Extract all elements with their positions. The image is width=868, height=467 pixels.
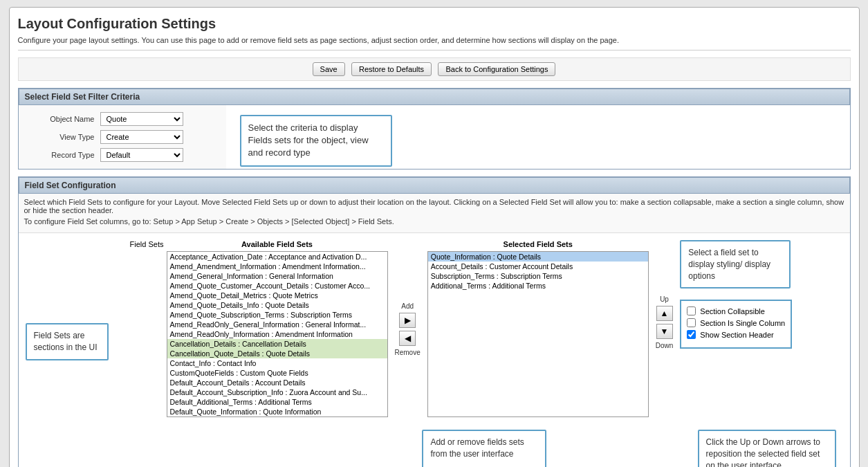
available-list-item[interactable]: Amend_Amendment_Information : Amendment … [167,262,387,271]
available-list-item[interactable]: Default_Account_Details : Account Detail… [167,378,387,387]
available-list-item[interactable]: Cancellation_Details : Cancellation Deta… [167,339,387,349]
available-list-item[interactable]: Amend_General_Information : General Info… [167,271,387,281]
fieldsets-label: Field Sets [116,240,164,248]
available-list-item[interactable]: Amend_Quote_Detail_Metrics : Quote Metri… [167,291,387,300]
available-header-row: Field Sets Available Field Sets [116,240,388,248]
remove-label: Remove [395,349,421,356]
selected-list-item[interactable]: Subscription_Terms : Subscription Terms [428,271,648,281]
section-collapsible-row: Section Collapsible [687,306,785,315]
remove-button[interactable]: ◀ [399,331,416,346]
fieldset-desc2: To configure Field Set columns, go to: S… [24,217,844,226]
right-panel: Select a field set to display styling/ d… [680,240,792,349]
select-fieldset-callout: Select a field set to display styling/ d… [680,240,791,289]
add-label: Add [401,302,414,310]
page-description: Configure your page layout settings. You… [18,36,851,51]
available-list-item[interactable]: Amend_ReadOnly_General_Information : Gen… [167,320,387,329]
fieldset-config-header: Field Set Configuration [19,177,850,194]
filter-area-wrapper: Object Name Quote View Type Create Recor… [19,105,850,169]
fieldset-config-section: Field Set Configuration Select which Fie… [18,176,851,467]
single-column-label: Section Is Single Column [700,319,785,327]
up-down-col: Up ▲ ▼ Down [656,240,674,349]
available-list-item[interactable]: Acceptance_Activation_Date : Acceptance … [167,252,387,262]
available-list-item[interactable]: Amend_Quote_Customer_Account_Details : C… [167,281,387,291]
main-container: Layout Configuration Settings Configure … [9,7,860,467]
available-list-item[interactable]: Amend_Quote_Details_Info : Quote Details [167,300,387,310]
available-title: Available Field Sets [167,240,388,248]
available-list-row: Acceptance_Activation_Date : Acceptance … [116,251,388,417]
record-type-label: Record Type [33,151,95,159]
available-fieldsets-container: Field Sets Available Field Sets Acceptan… [116,240,388,417]
fieldsets-callout: Field Sets are sections in the UI [26,323,109,360]
filter-body: Object Name Quote View Type Create Recor… [19,105,226,169]
view-type-label: View Type [33,133,95,141]
object-name-row: Object Name Quote [33,112,212,126]
selected-field-list[interactable]: Quote_Information : Quote DetailsAccount… [427,251,649,417]
up-button[interactable]: ▲ [656,306,673,321]
selected-title: Selected Field Sets [504,240,573,248]
up-label: Up [660,295,669,303]
add-remove-col: Add ▶ ◀ Remove [395,240,421,356]
down-button[interactable]: ▼ [656,324,673,339]
available-field-list[interactable]: Acceptance_Activation_Date : Acceptance … [167,251,388,417]
object-name-select[interactable]: Quote [100,112,183,126]
available-list-item[interactable]: Cancellation_Quote_Details : Quote Detai… [167,349,387,358]
down-label: Down [656,342,674,349]
available-list-item[interactable]: Amend_Quote_Subscription_Terms : Subscri… [167,310,387,320]
section-collapsible-checkbox[interactable] [687,306,696,315]
selected-fieldsets-container: Selected Field Sets Quote_Information : … [427,240,649,417]
filter-callout: Select the criteria to display Fields se… [240,115,392,167]
add-remove-callout: Add or remove fields sets from the user … [422,430,546,467]
view-type-row: View Type Create [33,130,212,144]
available-list-item[interactable]: Default_Account_Subscription_Info : Zuor… [167,387,387,397]
up-down-callout: Click the Up or Down arrows to repositio… [698,430,836,467]
toolbar: Save Restore to Defaults Back to Configu… [18,57,851,81]
view-type-select[interactable]: Create [100,130,183,144]
filter-section-header: Select Field Set Filter Criteria [19,89,850,105]
page-title: Layout Configuration Settings [18,16,851,32]
save-button[interactable]: Save [313,62,345,76]
left-callout-area: Field Sets are sections in the UI [26,323,109,360]
available-list-item[interactable]: Amend_ReadOnly_Information : Amendment I… [167,329,387,339]
filter-section: Select Field Set Filter Criteria Object … [18,88,851,170]
back-to-config-button[interactable]: Back to Configuration Settings [438,62,555,76]
show-header-checkbox[interactable] [687,330,696,339]
add-button[interactable]: ▶ [399,313,416,328]
fieldset-config-body: Field Sets are sections in the UI Field … [19,233,850,424]
single-column-checkbox[interactable] [687,318,696,327]
available-list-item[interactable]: Default_Quote_Information : Quote Inform… [167,407,387,416]
available-list-item[interactable]: Default_ReadOnly_Account_Details : Accou… [167,416,387,417]
options-panel: Section Collapsible Section Is Single Co… [680,300,792,349]
selected-list-item[interactable]: Quote_Information : Quote Details [428,252,648,262]
fieldset-desc1: Select which Field Sets to configure for… [24,198,844,214]
bottom-callouts: Add or remove fields sets from the user … [19,430,850,467]
section-collapsible-label: Section Collapsible [700,307,765,315]
object-name-label: Object Name [33,115,95,123]
record-type-row: Record Type Default [33,148,212,162]
fieldset-config-desc: Select which Field Sets to configure for… [19,194,850,233]
available-list-item[interactable]: Default_Additional_Terms : Additional Te… [167,397,387,407]
show-header-row: Show Section Header [687,330,785,339]
show-header-label: Show Section Header [700,331,773,339]
restore-defaults-button[interactable]: Restore to Defaults [351,62,432,76]
record-type-select[interactable]: Default [100,148,183,162]
available-list-item[interactable]: CustomQuoteFields : Custom Quote Fields [167,368,387,378]
single-column-row: Section Is Single Column [687,318,785,327]
selected-list-item[interactable]: Account_Details : Customer Account Detai… [428,262,648,271]
selected-list-item[interactable]: Additional_Terms : Additional Terms [428,281,648,291]
available-list-item[interactable]: Contact_Info : Contact Info [167,358,387,368]
